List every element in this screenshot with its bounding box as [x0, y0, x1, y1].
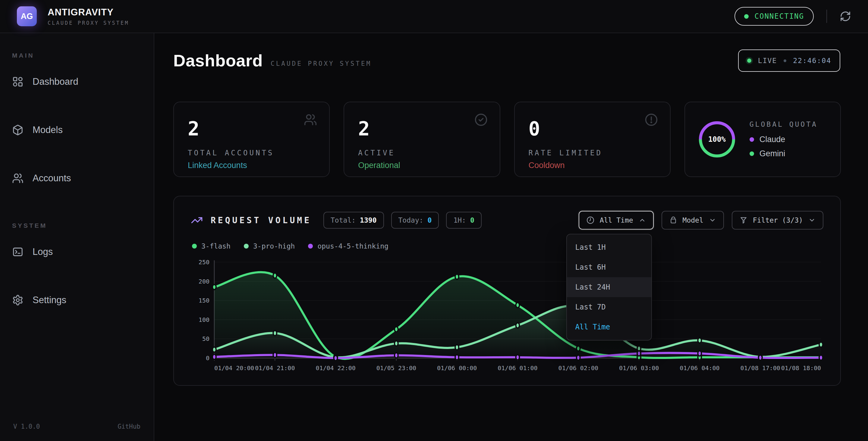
- sidebar-item-label: Logs: [33, 246, 53, 257]
- svg-text:01/08 18:00: 01/08 18:00: [781, 364, 821, 372]
- svg-text:0: 0: [206, 354, 210, 362]
- chevron-down-icon: [808, 216, 815, 224]
- live-dot-icon: [747, 59, 751, 63]
- app-version: V 1.0.0: [13, 423, 40, 430]
- svg-text:50: 50: [202, 335, 210, 342]
- chevron-up-icon: [639, 216, 646, 224]
- sidebar-item-label: Models: [33, 124, 63, 136]
- refresh-icon[interactable]: [840, 10, 851, 22]
- sidebar-item-label: Accounts: [33, 173, 71, 184]
- model-filter-button[interactable]: Model: [661, 211, 724, 230]
- github-link[interactable]: GitHub: [118, 423, 141, 430]
- gear-icon: [12, 294, 24, 306]
- request-volume-chart: 05010015020025001/04 20:0001/04 21:0001/…: [191, 258, 824, 373]
- quota-ring: 100%: [697, 119, 737, 159]
- filter-button[interactable]: Filter (3/3): [732, 211, 824, 230]
- stat-card-active: 2 ACTIVE Operational: [344, 102, 500, 177]
- terminal-icon: [12, 246, 24, 258]
- status-label: CONNECTING: [755, 12, 804, 21]
- page-title: Dashboard: [173, 51, 263, 70]
- series-dot-icon: [308, 244, 313, 248]
- series-dot-icon: [244, 244, 249, 248]
- time-range-dropdown: Last 1H Last 6H Last 24H Last 7D All Tim…: [566, 234, 652, 341]
- gemini-dot-icon: [749, 151, 754, 156]
- svg-text:01/04 20:00: 01/04 20:00: [214, 364, 254, 372]
- page-subtitle: CLAUDE PROXY SYSTEM: [271, 60, 372, 67]
- stat-card-rate-limited: 0 RATE LIMITED Cooldown: [514, 102, 671, 177]
- live-label: LIVE: [758, 57, 777, 64]
- svg-text:200: 200: [198, 278, 210, 285]
- app-logo: AG: [17, 6, 37, 26]
- sidebar-item-accounts[interactable]: Accounts: [0, 164, 154, 193]
- hour-requests-badge: 1H: 0: [446, 212, 481, 229]
- alert-circle-icon: [645, 113, 658, 126]
- dropdown-item-last-6h[interactable]: Last 6H: [567, 257, 651, 277]
- request-volume-card: REQUEST VOLUME Total: 1390 Today: 0 1H: …: [173, 196, 841, 386]
- svg-text:01/06 02:00: 01/06 02:00: [558, 364, 598, 372]
- sidebar-item-models[interactable]: Models: [0, 115, 154, 145]
- svg-text:01/06 01:00: 01/06 01:00: [498, 364, 537, 372]
- claude-dot-icon: [749, 137, 754, 142]
- quota-legend-claude: Claude: [749, 135, 818, 144]
- funnel-icon: [740, 216, 747, 224]
- sidebar-item-settings[interactable]: Settings: [0, 285, 154, 315]
- stat-value: 2: [188, 119, 315, 139]
- stat-value: 0: [529, 119, 656, 139]
- trending-up-icon: [191, 214, 203, 226]
- quota-title: GLOBAL QUOTA: [749, 120, 818, 128]
- dropdown-item-last-24h[interactable]: Last 24H: [567, 277, 651, 297]
- quota-legend-gemini: Gemini: [749, 149, 818, 158]
- chart-title: REQUEST VOLUME: [211, 215, 311, 225]
- svg-text:01/06 00:00: 01/06 00:00: [437, 364, 477, 372]
- total-requests-badge: Total: 1390: [323, 212, 384, 229]
- stat-sub-label: Operational: [358, 161, 486, 170]
- app-subtitle: CLAUDE PROXY SYSTEM: [48, 20, 129, 26]
- stat-sub-label: Cooldown: [529, 161, 656, 170]
- sidebar-item-label: Settings: [33, 295, 66, 305]
- stats-row: 2 TOTAL ACCOUNTS Linked Accounts 2 ACTIV…: [173, 102, 841, 177]
- live-clock: 22:46:04: [793, 57, 831, 64]
- stat-value: 2: [358, 119, 486, 139]
- stat-card-total-accounts: 2 TOTAL ACCOUNTS Linked Accounts: [173, 102, 330, 177]
- app-title: ANTIGRAVITY: [48, 7, 129, 18]
- svg-text:250: 250: [198, 259, 210, 266]
- quota-percent: 100%: [697, 119, 737, 159]
- series-dot-icon: [192, 244, 197, 248]
- status-dot-icon: [744, 14, 749, 19]
- main-content: Dashboard CLAUDE PROXY SYSTEM LIVE 22:46…: [154, 33, 868, 441]
- svg-text:01/04 21:00: 01/04 21:00: [255, 364, 295, 372]
- time-range-button[interactable]: All Time: [579, 211, 654, 230]
- svg-text:100: 100: [198, 316, 210, 323]
- nav-section-main: MAIN: [0, 52, 154, 59]
- today-requests-badge: Today: 0: [391, 212, 439, 229]
- svg-text:01/05 23:00: 01/05 23:00: [376, 364, 416, 372]
- check-circle-icon: [474, 113, 488, 126]
- sidebar: MAIN Dashboard Models Accounts: [0, 33, 154, 441]
- svg-text:01/04 22:00: 01/04 22:00: [315, 364, 355, 372]
- legend-item-3-pro-high: 3-pro-high: [244, 242, 295, 250]
- legend-item-opus: opus-4-5-thinking: [308, 242, 388, 250]
- stat-label: ACTIVE: [358, 149, 486, 157]
- dropdown-item-all-time[interactable]: All Time: [567, 317, 651, 337]
- legend-item-3-flash: 3-flash: [192, 242, 230, 250]
- nav-section-system: SYSTEM: [0, 222, 154, 229]
- separator-dot-icon: [784, 59, 786, 62]
- sidebar-item-logs[interactable]: Logs: [0, 237, 154, 267]
- header-divider: [827, 10, 827, 23]
- sidebar-item-dashboard[interactable]: Dashboard: [0, 67, 154, 96]
- connection-status-badge: CONNECTING: [735, 7, 814, 26]
- dropdown-item-last-7d[interactable]: Last 7D: [567, 297, 651, 317]
- svg-text:01/06 04:00: 01/06 04:00: [680, 364, 719, 372]
- svg-text:150: 150: [198, 297, 210, 304]
- brand: AG ANTIGRAVITY CLAUDE PROXY SYSTEM: [17, 6, 129, 26]
- stat-label: TOTAL ACCOUNTS: [188, 149, 315, 157]
- box-icon: [670, 216, 677, 224]
- app-header: AG ANTIGRAVITY CLAUDE PROXY SYSTEM CONNE…: [0, 0, 868, 33]
- users-icon: [304, 113, 317, 126]
- dropdown-item-last-1h[interactable]: Last 1H: [567, 237, 651, 257]
- chevron-down-icon: [709, 216, 716, 224]
- stat-label: RATE LIMITED: [529, 149, 656, 157]
- global-quota-card: 100% GLOBAL QUOTA Claude Gemini: [684, 102, 841, 177]
- chart-legend: 3-flash 3-pro-high opus-4-5-thinking: [191, 242, 824, 250]
- svg-text:01/08 17:00: 01/08 17:00: [741, 364, 780, 372]
